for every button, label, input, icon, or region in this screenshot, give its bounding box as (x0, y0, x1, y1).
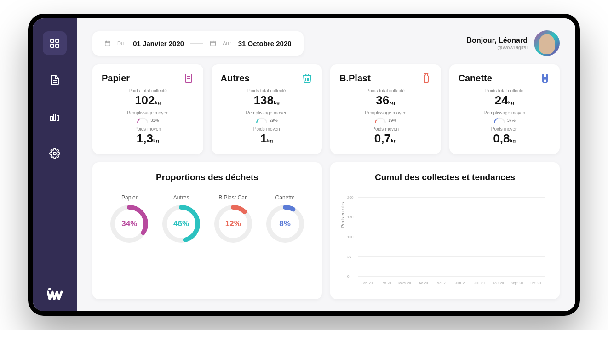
category-icon (183, 73, 194, 84)
stat-fill-gauge: 33% (102, 117, 194, 124)
x-axis-label: Sept. 20 (508, 281, 527, 284)
donut-canette: Canette 8% (266, 194, 304, 243)
x-axis-label: Fev. 20 (377, 281, 396, 284)
stat-fill-label: Remplissage moyen (459, 110, 551, 115)
stat-total-value: 36kg (339, 93, 432, 108)
topbar: Du : 01 Janvier 2020 Au : 31 Octobre 202… (92, 30, 560, 56)
category-icon (539, 73, 551, 84)
nav-documents[interactable] (43, 68, 67, 92)
stat-card-autres: Autres Poids total collecté 138kg Rempli… (212, 64, 322, 154)
stat-avg-value: 1,3kg (102, 131, 194, 146)
stat-title: B.Plast (339, 73, 371, 84)
x-axis-label: Juin. 20 (452, 281, 470, 284)
stat-total-label: Poids total collecté (221, 88, 313, 93)
stat-avg-value: 1kg (221, 131, 313, 146)
stat-title: Papier (102, 73, 130, 84)
stat-total-value: 102kg (102, 93, 194, 108)
calendar-icon (210, 40, 216, 46)
stat-total-label: Poids total collecté (102, 88, 194, 93)
app-frame: Du : 01 Janvier 2020 Au : 31 Octobre 202… (28, 14, 580, 316)
svg-point-10 (48, 288, 51, 290)
proportions-title: Proportions des déchets (103, 172, 311, 182)
stat-total-label: Poids total collecté (459, 88, 551, 93)
stat-total-label: Poids total collecté (339, 88, 432, 93)
svg-rect-7 (54, 114, 56, 120)
donut-b.plast can: B.Plast Can 12% (214, 194, 252, 243)
stat-fill-label: Remplissage moyen (221, 110, 313, 115)
stat-card-canette: Canette Poids total collecté 24kg Rempli… (449, 64, 560, 154)
date-to-label: Au : (223, 40, 232, 46)
date-to-value: 31 Octobre 2020 (238, 40, 292, 47)
category-icon (421, 73, 432, 84)
grid-icon (49, 38, 60, 49)
donut-value: 12% (214, 205, 252, 243)
stat-fill-gauge: 37% (459, 117, 551, 124)
bar-chart-icon (49, 111, 60, 122)
x-axis-label: Mai. 20 (433, 281, 452, 284)
svg-rect-11 (105, 41, 110, 46)
svg-rect-1 (56, 39, 59, 42)
x-axis-label: Oct. 20 (526, 281, 545, 284)
document-icon (49, 74, 60, 85)
nav-stats[interactable] (43, 105, 67, 129)
x-axis-label: Av. 20 (414, 281, 433, 284)
proportions-panel: Proportions des déchets Papier 34% Autre… (92, 162, 322, 299)
donut-label: Papier (121, 194, 138, 201)
stat-fill-label: Remplissage moyen (339, 110, 432, 115)
bar-chart: Poids en kilos 050100150200 (341, 194, 549, 286)
logo-icon (47, 287, 63, 300)
stat-avg-label: Poids moyen (102, 126, 194, 131)
stat-fill-gauge: 19% (339, 117, 432, 124)
stat-total-value: 138kg (221, 93, 313, 108)
calendar-icon (104, 40, 111, 46)
stat-avg-label: Poids moyen (459, 126, 551, 131)
user-block[interactable]: Bonjour, Léonard @WowDigital (467, 30, 560, 56)
nav-dashboard[interactable] (43, 31, 67, 55)
stat-title: Autres (221, 73, 250, 84)
x-axis-label: Jan. 20 (358, 281, 377, 284)
x-axis-label: Mars. 20 (395, 281, 414, 284)
date-from-value: 01 Janvier 2020 (133, 40, 184, 47)
x-axis-label: Juil. 20 (470, 281, 489, 284)
avatar[interactable] (534, 30, 560, 56)
brand-logo (47, 287, 63, 302)
stat-avg-value: 0,8kg (459, 131, 551, 146)
svg-point-29 (544, 77, 546, 79)
stat-avg-label: Poids moyen (221, 126, 313, 131)
category-icon (302, 73, 313, 84)
stat-avg-value: 0,7kg (339, 131, 432, 146)
trends-panel: Cumul des collectes et tendances Poids e… (330, 162, 560, 299)
donut-value: 8% (266, 205, 304, 243)
svg-rect-15 (211, 41, 216, 46)
donut-value: 34% (110, 205, 149, 243)
stat-fill-label: Remplissage moyen (102, 110, 194, 115)
svg-rect-2 (51, 44, 54, 47)
nav-settings[interactable] (43, 142, 67, 165)
user-greeting: Bonjour, Léonard (467, 36, 528, 45)
stat-fill-gauge: 29% (221, 117, 313, 124)
chart-ylabel: Poids en kilos (340, 202, 345, 228)
trends-title: Cumul des collectes et tendances (341, 172, 549, 182)
sidebar (33, 18, 77, 311)
date-from-label: Du : (117, 40, 126, 46)
donut-value: 46% (162, 205, 201, 243)
x-axis-label: Août 20 (489, 281, 508, 284)
svg-rect-8 (57, 116, 59, 120)
svg-rect-3 (56, 44, 59, 47)
date-range-picker[interactable]: Du : 01 Janvier 2020 Au : 31 Octobre 202… (92, 31, 304, 56)
donut-row: Papier 34% Autres 46% B.Plast Can (103, 194, 311, 243)
donut-label: B.Plast Can (218, 194, 247, 201)
stat-avg-label: Poids moyen (339, 126, 432, 131)
donut-label: Autres (173, 194, 189, 201)
stat-card-b.plast: B.Plast Poids total collecté 36kg Rempli… (330, 64, 441, 154)
stat-total-value: 24kg (459, 93, 551, 108)
gear-icon (49, 148, 60, 159)
user-handle: @WowDigital (467, 45, 528, 50)
stat-cards-row: Papier Poids total collecté 102kg Rempli… (92, 64, 560, 154)
main-content: Du : 01 Janvier 2020 Au : 31 Octobre 202… (77, 18, 575, 311)
donut-papier: Papier 34% (110, 194, 149, 243)
svg-rect-6 (51, 117, 52, 120)
svg-rect-0 (51, 39, 54, 42)
donut-label: Canette (275, 194, 295, 201)
stat-title: Canette (459, 73, 492, 84)
